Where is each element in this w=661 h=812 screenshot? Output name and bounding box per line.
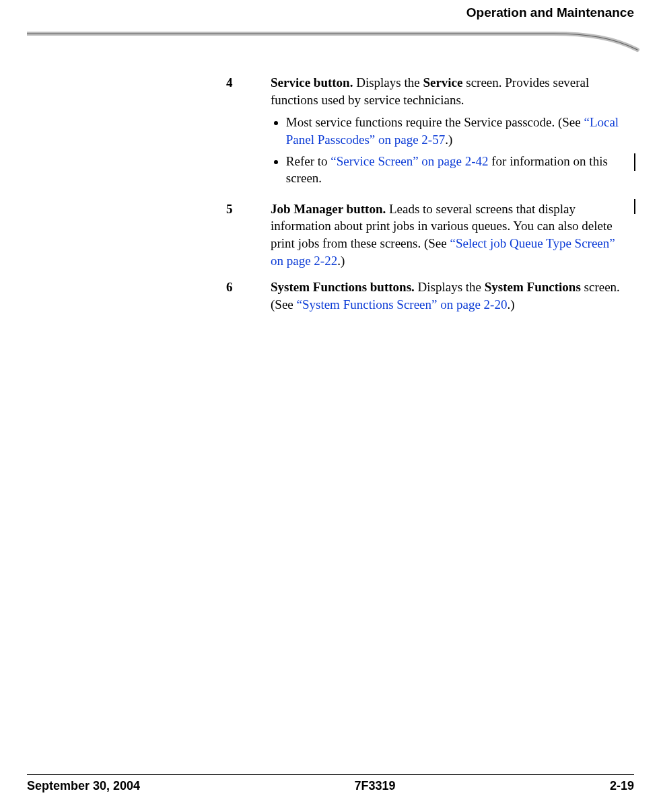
item-title: System Functions buttons. bbox=[271, 280, 415, 294]
body-text: Displays the bbox=[415, 280, 485, 294]
bold-text: System Functions bbox=[485, 280, 581, 294]
cross-reference-link[interactable]: “Service Screen” on page 2-42 bbox=[330, 154, 488, 168]
item-number: 5 bbox=[226, 200, 271, 270]
body-text: Refer to bbox=[286, 154, 330, 168]
header-rule-swoosh bbox=[27, 30, 648, 57]
page: Operation and Maintenance 4Service butto… bbox=[0, 0, 661, 812]
bullet-list: Most service functions require the Servi… bbox=[271, 114, 622, 187]
change-bar-icon bbox=[634, 199, 635, 214]
body-text: Displays the bbox=[353, 75, 423, 89]
footer-rule bbox=[27, 774, 634, 775]
item-title: Service button. bbox=[271, 75, 353, 89]
bullet-item: Refer to “Service Screen” on page 2-42 f… bbox=[286, 153, 622, 187]
item-body: Job Manager button. Leads to several scr… bbox=[271, 200, 622, 270]
item-number: 4 bbox=[226, 74, 271, 191]
footer-docnum: 7F3319 bbox=[355, 779, 396, 793]
body-text: .) bbox=[445, 133, 452, 147]
body-text: .) bbox=[507, 297, 514, 311]
bullet-item: Most service functions require the Servi… bbox=[286, 114, 622, 148]
cross-reference-link[interactable]: “System Functions Screen” on page 2-20 bbox=[297, 297, 508, 311]
footer-page: 2-19 bbox=[610, 779, 634, 793]
body-text: .) bbox=[337, 254, 345, 268]
body-content: 4Service button. Displays the Service sc… bbox=[226, 74, 622, 323]
item-body: System Functions buttons. Displays the S… bbox=[271, 279, 622, 313]
item-title: Job Manager button. bbox=[271, 202, 386, 216]
change-bar-icon bbox=[634, 153, 635, 171]
numbered-item: 6System Functions buttons. Displays the … bbox=[226, 279, 622, 313]
footer-date: September 30, 2004 bbox=[27, 779, 140, 793]
item-number: 6 bbox=[226, 279, 271, 313]
body-text: Most service functions require the Servi… bbox=[286, 115, 584, 129]
numbered-item: 5Job Manager button. Leads to several sc… bbox=[226, 200, 622, 270]
numbered-item: 4Service button. Displays the Service sc… bbox=[226, 74, 622, 191]
bold-text: Service bbox=[423, 75, 462, 89]
page-footer: September 30, 2004 7F3319 2-19 bbox=[27, 774, 634, 793]
running-header: Operation and Maintenance bbox=[466, 5, 634, 20]
item-body: Service button. Displays the Service scr… bbox=[271, 74, 622, 191]
